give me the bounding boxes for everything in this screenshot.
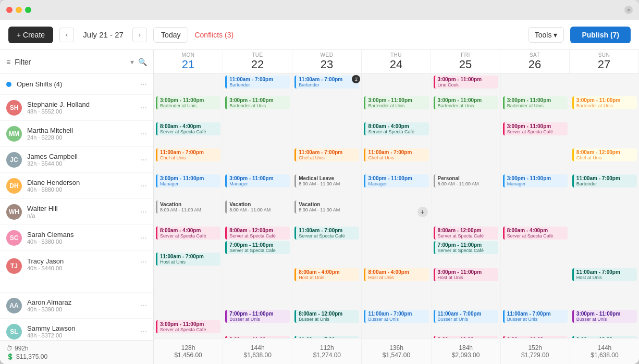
shift-mon-martha[interactable]: 8:00am - 4:00pm Server at Specta Café [156, 122, 220, 135]
cell-tue-walter[interactable]: Vacation 8:00 AM - 11:00 AM [223, 199, 292, 225]
open-cell-wed[interactable]: 11:00am - 7:00pm Bartender 2 [292, 74, 361, 95]
cell-thu-sarah[interactable] [362, 225, 431, 267]
cell-wed-sammy[interactable]: 11:00am - 7:00pm Server at Specta Cafe [292, 334, 361, 338]
cell-mon-james[interactable]: 11:00am - 7:00pm Chef at Unis [154, 147, 223, 173]
cell-tue-martha[interactable] [223, 121, 292, 147]
shift-sat-sarah[interactable]: 8:00am - 4:00pm Server at Specta Café [503, 227, 568, 240]
cell-mon-sarah[interactable]: 8:00am - 4:00pm Server at Specta Café [154, 225, 223, 251]
staff-row-8[interactable]: SL Sammy Lawson 48h · $372.00 ··· [0, 319, 153, 340]
shift-tue-sammy[interactable]: 3:00pm - 11:00pm Server at Specta Cafe [225, 336, 290, 338]
shift-mon-tracy[interactable]: 11:00am - 7:00pm Host at Unis [156, 253, 220, 266]
shift-sun-stephanie[interactable]: 3:00pm - 11:00pm Bartender at Unis [572, 96, 637, 109]
cell-mon-martha[interactable]: 8:00am - 4:00pm Server at Specta Café [154, 121, 223, 147]
cell-sat-walter[interactable] [501, 199, 570, 225]
shift-wed-diane[interactable]: Medical Leave 8:00 AM - 11:00 AM [294, 174, 359, 187]
cell-sun-martha[interactable] [570, 121, 639, 147]
shift-mon-sarah[interactable]: 8:00am - 4:00pm Server at Specta Café [156, 227, 220, 240]
shift-wed-tracy[interactable]: 8:00am - 4:00pm Host at Unis [294, 268, 359, 281]
maximize-traffic-light[interactable] [25, 7, 31, 13]
shift-mon-sammy[interactable]: 3:00pm - 11:00pm Server at Specta Cafe [156, 320, 220, 333]
shift-fri-stephanie[interactable]: 3:00pm - 11:00pm Bartender at Unis [434, 96, 498, 109]
staff-more-button-8[interactable]: ··· [140, 327, 147, 336]
cell-sun-stephanie[interactable]: 3:00pm - 11:00pm Bartender at Unis [570, 95, 639, 121]
open-cell-fri[interactable]: 3:00pm - 11:00pm Line Cook [432, 74, 500, 95]
cell-sun-james[interactable]: 8:00am - 12:00pm Chef at Unis [570, 147, 639, 173]
shift-thu-aaron[interactable]: 11:00am - 7:00pm Busser at Unis [364, 310, 428, 323]
shift-thu-tracy[interactable]: 8:00am - 4:00pm Host at Unis [364, 268, 428, 281]
shift-sat-aaron[interactable]: 11:00am - 7:00pm Busser at Unis [503, 310, 568, 323]
staff-row-5[interactable]: SC Sarah Clemans 40h · $380.00 ··· [0, 225, 153, 251]
shift-thu-james[interactable]: 11:00am - 7:00pm Chef at Unis [364, 148, 428, 161]
shift-fri-open[interactable]: 3:00pm - 11:00pm Line Cook [434, 76, 498, 89]
cell-sat-james[interactable] [501, 147, 570, 173]
cell-fri-sammy[interactable]: 8:00am - 12:00pm Server at Specta Cafe [432, 334, 500, 338]
open-cell-sat[interactable] [501, 74, 570, 95]
shift-wed-open[interactable]: 11:00am - 7:00pm Bartender [294, 76, 359, 89]
shift-wed-walter[interactable]: Vacation 8:00 AM - 11:00 AM [294, 200, 359, 214]
shift-sun-james[interactable]: 8:00am - 12:00pm Chef at Unis [572, 148, 637, 161]
cell-mon-walter[interactable]: Vacation 8:00 AM - 11:00 AM [154, 199, 223, 225]
cell-sat-sammy[interactable]: 3:00pm - 11:00pm Server at Specta Cafe [501, 334, 570, 338]
cell-mon-sammy[interactable]: 3:00pm - 11:00pm Server at Specta Cafe [154, 319, 223, 338]
shift-wed-sammy[interactable]: 11:00am - 7:00pm Server at Specta Cafe [294, 336, 359, 338]
shift-fri-sammy[interactable]: 8:00am - 12:00pm Server at Specta Cafe [434, 336, 498, 338]
shift-sun-tracy[interactable]: 11:00am - 7:00pm Host at Unis [572, 268, 637, 281]
shift-sun-sammy[interactable]: 8:00am - 12:00pm Server at Specta Cafe [572, 336, 637, 338]
staff-more-button-6[interactable]: ··· [140, 257, 147, 267]
shift-tue-sarah2[interactable]: 7:00pm - 11:00pm Server at Specta Cafe [225, 241, 290, 254]
cell-tue-james[interactable] [223, 147, 292, 173]
minimize-traffic-light[interactable] [16, 7, 22, 13]
cell-fri-tracy[interactable]: 3:00pm - 11:00pm Host at Unis [432, 267, 500, 308]
shift-wed-aaron[interactable]: 8:00am - 12:00pm Busser at Unis [294, 310, 359, 323]
cell-wed-stephanie[interactable] [292, 95, 361, 121]
staff-more-button-2[interactable]: ··· [140, 155, 147, 165]
cell-tue-stephanie[interactable]: 3:00pm - 11:00pm Bartender at Unis [223, 95, 292, 121]
cell-wed-diane[interactable]: Medical Leave 8:00 AM - 11:00 AM [292, 173, 361, 199]
shift-mon-stephanie[interactable]: 3:00pm - 11:00pm Bartender at Unis [156, 96, 220, 109]
shift-fri-sarah2[interactable]: 7:00pm - 11:00pm Server at Specta Café [434, 241, 498, 254]
shift-sat-martha[interactable]: 3:00pm - 11:00pm Server at Specta Café [503, 122, 568, 135]
window-close-icon[interactable]: ✕ [624, 6, 633, 14]
shift-sat-stephanie[interactable]: 3:00pm - 11:00pm Bartender at Unis [503, 96, 568, 109]
cell-thu-walter[interactable]: + [362, 199, 431, 225]
shift-fri-aaron[interactable]: 11:00am - 7:00pm Busser at Unis [434, 310, 498, 323]
shift-sat-sammy[interactable]: 3:00pm - 11:00pm Server at Specta Cafe [503, 336, 568, 338]
cell-fri-aaron[interactable]: 11:00am - 7:00pm Busser at Unis [432, 308, 500, 334]
shift-sun-aaron[interactable]: 3:00pm - 11:00pm Busser at Unis [572, 310, 637, 323]
cell-fri-james[interactable] [432, 147, 500, 173]
open-shifts-more-button[interactable]: ··· [140, 80, 147, 89]
shift-fri-sarah1[interactable]: 8:00am - 12:00pm Server at Specta Café [434, 227, 498, 240]
cell-wed-tracy[interactable]: 8:00am - 4:00pm Host at Unis [292, 267, 361, 308]
open-cell-thu[interactable] [362, 74, 431, 95]
staff-more-button-1[interactable]: ··· [140, 129, 147, 139]
publish-button[interactable]: Publish (7) [570, 27, 631, 43]
cell-thu-sammy[interactable] [362, 334, 431, 338]
cell-fri-stephanie[interactable]: 3:00pm - 11:00pm Bartender at Unis [432, 95, 500, 121]
shift-tue-open[interactable]: 11:00am - 7:00pm Bartender [225, 76, 290, 89]
shift-sun-diane[interactable]: 11:00am - 7:00pm Bartender [572, 174, 637, 187]
cell-wed-sarah[interactable]: 11:00am - 7:00pm Server at Specta Café [292, 225, 361, 267]
open-cell-tue[interactable]: 11:00am - 7:00pm Bartender [223, 74, 292, 95]
staff-more-button-3[interactable]: ··· [140, 181, 147, 191]
cell-thu-tracy[interactable]: 8:00am - 4:00pm Host at Unis [362, 267, 431, 308]
shift-fri-tracy[interactable]: 3:00pm - 11:00pm Host at Unis [434, 268, 498, 281]
cell-tue-tracy[interactable] [223, 267, 292, 308]
staff-row-2[interactable]: JC James Campbell 32h · $544.00 ··· [0, 147, 153, 173]
cell-tue-sammy[interactable]: 3:00pm - 11:00pm Server at Specta Cafe [223, 334, 292, 338]
cell-thu-martha[interactable]: 8:00am - 4:00pm Server at Specta Café [362, 121, 431, 147]
staff-more-button-0[interactable]: ··· [140, 103, 147, 112]
cell-fri-walter[interactable] [432, 199, 500, 225]
shift-mon-james[interactable]: 11:00am - 7:00pm Chef at Unis [156, 148, 220, 161]
cell-sun-walter[interactable] [570, 199, 639, 225]
cell-sat-diane[interactable]: 3:00pm - 11:00pm Manager [501, 173, 570, 199]
cell-tue-diane[interactable]: 3:00pm - 11:00pm Manager [223, 173, 292, 199]
add-shift-thu-walter[interactable]: + [417, 207, 428, 217]
shift-tue-sarah1[interactable]: 8:00am - 12:00pm Server at Specta Café [225, 227, 290, 240]
cell-fri-sarah[interactable]: 8:00am - 12:00pm Server at Specta Café 7… [432, 225, 500, 267]
cell-sat-stephanie[interactable]: 3:00pm - 11:00pm Bartender at Unis [501, 95, 570, 121]
search-icon[interactable]: 🔍 [138, 58, 147, 66]
shift-tue-aaron[interactable]: 7:00pm - 11:00pm Busser at Unis [225, 310, 290, 323]
cell-sat-tracy[interactable] [501, 267, 570, 308]
next-week-button[interactable]: › [132, 28, 147, 42]
cell-wed-martha[interactable] [292, 121, 361, 147]
